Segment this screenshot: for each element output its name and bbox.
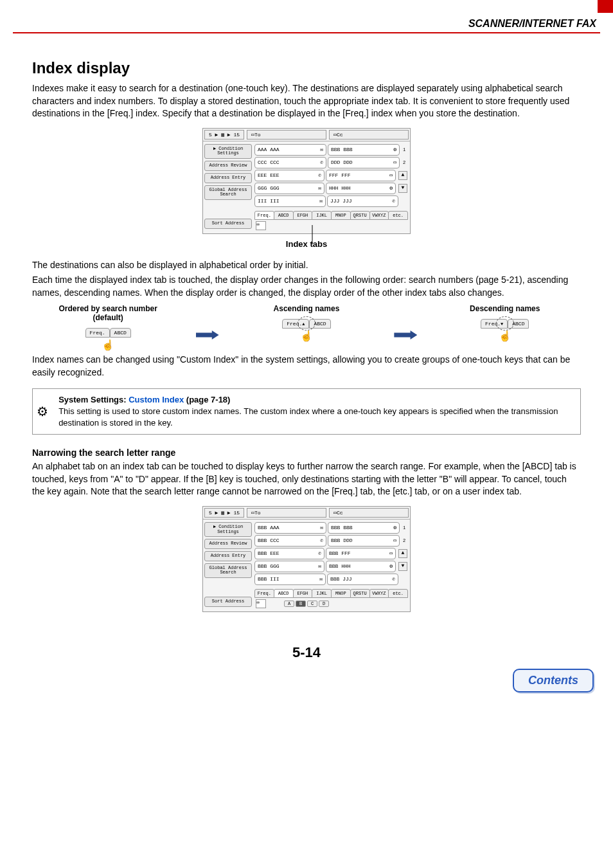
one-touch-key[interactable]: BBB GGG✉ xyxy=(254,561,324,572)
tab-vwxyz[interactable]: VWXYZ xyxy=(369,211,389,220)
keyboard-icon[interactable]: ⌨ xyxy=(256,599,266,608)
one-touch-key[interactable]: BBB EEE✆ xyxy=(254,548,324,559)
note-body: This setting is used to store custom ind… xyxy=(58,406,558,428)
address-entry-btn[interactable]: Address Entry xyxy=(204,173,252,183)
mail-icon: ✉ xyxy=(318,185,321,191)
hand-icon: ☝ xyxy=(242,330,371,342)
mini-tab-abcd: ABCD xyxy=(508,319,529,329)
one-touch-key[interactable]: EEE EEE✆ xyxy=(254,170,324,181)
address-review-btn[interactable]: Address Review xyxy=(204,539,252,549)
tab-freq[interactable]: Freq. xyxy=(254,211,274,220)
mode-label: Descending names xyxy=(441,304,569,313)
one-touch-key[interactable]: DDD DDD▭ xyxy=(328,157,400,168)
condition-settings-btn[interactable]: ▶ Condition Settings xyxy=(204,144,252,159)
address-entry-btn[interactable]: Address Entry xyxy=(204,551,252,561)
mini-tab-abcd: ABCD xyxy=(309,319,330,329)
tab-abcd[interactable]: ABCD xyxy=(274,211,294,220)
count-indicator: 5 ▶ ▦ ▶ 15 xyxy=(204,508,244,518)
mini-tab-freq: Freq. xyxy=(85,328,110,338)
sort-address-btn[interactable]: Sort Address xyxy=(204,219,252,229)
settings-icon: ⚙ xyxy=(33,389,52,435)
subtab-d[interactable]: D xyxy=(319,601,329,607)
arrow-icon xyxy=(196,330,219,339)
subtab-a[interactable]: A xyxy=(284,601,294,607)
one-touch-key[interactable]: BBB DDD▭ xyxy=(328,535,400,547)
mini-tab-freq: Freq.▲ xyxy=(282,319,309,329)
body-text: Index names can be changed using "Custom… xyxy=(32,354,581,379)
one-touch-key[interactable]: BBB HHH⚙ xyxy=(326,561,396,572)
one-touch-key[interactable]: BBB III✉ xyxy=(254,574,326,585)
tab-freq[interactable]: Freq. xyxy=(254,589,274,598)
one-touch-key[interactable]: CCC CCC✆ xyxy=(254,157,326,168)
one-touch-key[interactable]: HHH HHH⚙ xyxy=(326,183,396,194)
one-touch-key[interactable]: BBB AAA✉ xyxy=(254,522,326,534)
hand-icon: ☝ xyxy=(44,339,172,351)
subtab-b[interactable]: B xyxy=(296,601,306,607)
contents-button[interactable]: Contents xyxy=(513,669,594,692)
keyboard-icon[interactable]: ⌨ xyxy=(256,221,266,230)
one-touch-key[interactable]: JJJ JJJ✆ xyxy=(327,195,398,207)
scroll-up-btn[interactable]: ▲ xyxy=(398,549,407,558)
group-icon: ⚙ xyxy=(389,185,393,191)
tab-mnop[interactable]: MNOP xyxy=(331,211,351,220)
sort-address-btn[interactable]: Sort Address xyxy=(204,597,252,607)
one-touch-key[interactable]: BBB JJJ✆ xyxy=(327,574,398,585)
to-field[interactable]: ▭ To xyxy=(247,130,326,140)
global-search-btn[interactable]: Global Address Search xyxy=(204,185,252,200)
cc-field[interactable]: ▭ Cc xyxy=(329,508,409,518)
mode-label: Ascending names xyxy=(242,304,371,313)
hand-icon: ☝ xyxy=(441,330,569,342)
phone-icon: ✆ xyxy=(318,172,321,178)
one-touch-key[interactable]: BBB BBB⚙ xyxy=(328,522,400,534)
tab-abcd[interactable]: ABCD xyxy=(274,589,294,598)
custom-index-link[interactable]: Custom Index xyxy=(129,395,184,404)
note-page-ref: (page 7-18) xyxy=(184,395,230,404)
intro-text: Indexes make it easy to search for a des… xyxy=(32,82,581,120)
tab-efgh[interactable]: EFGH xyxy=(293,589,313,598)
phone-icon: ✆ xyxy=(392,198,395,204)
one-touch-key[interactable]: III III✉ xyxy=(254,195,326,207)
mode-label: Ordered by search number (default) xyxy=(44,304,172,322)
one-touch-key[interactable]: GGG GGG✉ xyxy=(254,183,324,194)
address-review-btn[interactable]: Address Review xyxy=(204,161,252,171)
phone-icon: ✆ xyxy=(320,538,323,543)
index-tabs: Freq. ABCD EFGH IJKL MNOP QRSTU VWXYZ et… xyxy=(254,589,407,598)
one-touch-key[interactable]: BBB BBB⚙ xyxy=(328,144,400,156)
arrow-icon xyxy=(394,330,417,339)
order-modes-diagram: Ordered by search number (default) Freq.… xyxy=(32,304,581,351)
mini-tab-freq: Freq.▼ xyxy=(481,319,508,329)
section-header: SCANNER/INTERNET FAX xyxy=(13,18,600,32)
letter-subtabs: A B C D xyxy=(284,601,330,607)
one-touch-key[interactable]: AAA AAA✉ xyxy=(254,144,326,156)
page-indicator: 1 xyxy=(401,147,407,152)
scroll-up-btn[interactable]: ▲ xyxy=(398,171,407,180)
tab-efgh[interactable]: EFGH xyxy=(293,211,313,220)
mail-icon: ✉ xyxy=(320,525,323,530)
cc-field[interactable]: ▭ Cc xyxy=(329,130,409,140)
folder-icon: ▭ xyxy=(389,550,393,556)
tab-ijkl[interactable]: IJKL xyxy=(312,589,332,598)
phone-icon: ✆ xyxy=(392,576,395,582)
tab-qrstu[interactable]: QRSTU xyxy=(350,589,370,598)
page-indicator: 2 xyxy=(401,538,407,543)
global-search-btn[interactable]: Global Address Search xyxy=(204,563,252,578)
body-text: An alphabet tab on an index tab can be t… xyxy=(32,460,581,498)
tab-mnop[interactable]: MNOP xyxy=(331,589,351,598)
condition-settings-btn[interactable]: ▶ Condition Settings xyxy=(204,522,252,537)
tab-etc[interactable]: etc. xyxy=(388,211,408,220)
address-panel-figure-1: 5 ▶ ▦ ▶ 15 ▭ To ▭ Cc ▶ Condition Setting… xyxy=(202,128,411,234)
one-touch-key[interactable]: BBB CCC✆ xyxy=(254,535,326,547)
tab-qrstu[interactable]: QRSTU xyxy=(350,211,370,220)
group-icon: ⚙ xyxy=(389,563,393,569)
scroll-down-btn[interactable]: ▼ xyxy=(398,184,407,193)
one-touch-key[interactable]: BBB FFF▭ xyxy=(326,548,396,559)
page-title: Index display xyxy=(32,59,581,77)
subtab-c[interactable]: C xyxy=(307,601,317,607)
one-touch-key[interactable]: FFF FFF▭ xyxy=(326,170,396,181)
to-field[interactable]: ▭ To xyxy=(247,508,326,518)
tab-vwxyz[interactable]: VWXYZ xyxy=(369,589,389,598)
scroll-down-btn[interactable]: ▼ xyxy=(398,562,407,571)
tab-etc[interactable]: etc. xyxy=(388,589,408,598)
folder-icon: ▭ xyxy=(389,172,393,178)
tab-ijkl[interactable]: IJKL xyxy=(312,211,332,220)
